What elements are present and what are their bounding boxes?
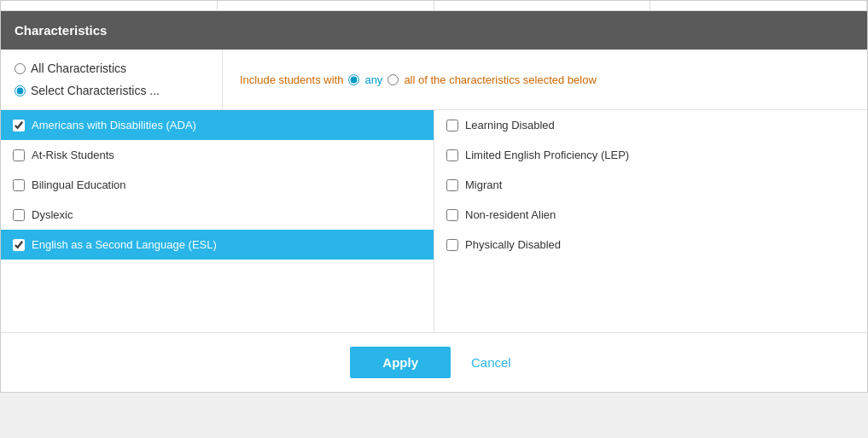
all-characteristics-option[interactable]: All Characteristics: [15, 61, 208, 75]
characteristics-panel: Characteristics All Characteristics Sele…: [0, 0, 868, 393]
checkbox-lep[interactable]: [446, 149, 458, 161]
checkbox-bilingual[interactable]: [13, 179, 25, 191]
item-label-physically-disabled: Physically Disabled: [465, 238, 561, 251]
item-label-ada: Americans with Disabilities (ADA): [32, 119, 196, 131]
checkbox-esl[interactable]: [13, 239, 25, 251]
right-list-item-migrant[interactable]: Migrant: [434, 170, 867, 200]
checkbox-learning-disabled[interactable]: [446, 120, 458, 131]
all-radio[interactable]: [387, 74, 399, 85]
top-bar-cell-3: [434, 1, 651, 10]
top-bar-cell-2: [218, 1, 434, 10]
select-characteristics-label: Select Characteristics ...: [31, 84, 160, 97]
select-characteristics-option[interactable]: Select Characteristics ...: [15, 84, 208, 97]
checkbox-physically-disabled[interactable]: [446, 239, 458, 251]
checkbox-dyslexic[interactable]: [13, 209, 25, 221]
left-list-item-at-risk[interactable]: At-Risk Students: [1, 140, 434, 170]
top-bar-cell-1: [1, 1, 218, 10]
item-label-lep: Limited English Proficiency (LEP): [465, 149, 629, 161]
top-bar: [1, 1, 867, 11]
left-list-column: Americans with Disabilities (ADA)At-Risk…: [1, 110, 434, 332]
left-list-item-dyslexic[interactable]: Dyslexic: [1, 200, 434, 230]
all-of-label: all of the characteristics selected belo…: [404, 73, 596, 86]
any-radio[interactable]: [348, 74, 359, 85]
footer-section: Apply Cancel: [1, 332, 867, 392]
select-characteristics-radio[interactable]: [15, 85, 26, 96]
item-label-esl: English as a Second Language (ESL): [32, 238, 217, 251]
all-characteristics-label: All Characteristics: [31, 61, 126, 75]
item-label-dyslexic: Dyslexic: [32, 208, 73, 221]
left-list-item-bilingual[interactable]: Bilingual Education: [1, 170, 434, 200]
all-characteristics-radio[interactable]: [15, 63, 26, 74]
checkbox-migrant[interactable]: [446, 179, 458, 191]
cancel-button[interactable]: Cancel: [464, 347, 518, 378]
item-label-non-resident: Non-resident Alien: [465, 208, 556, 221]
panel-body: All Characteristics Select Characteristi…: [1, 50, 867, 392]
right-list-item-learning-disabled[interactable]: Learning Disabled: [434, 110, 867, 140]
any-label: any: [364, 73, 382, 86]
lists-section: Americans with Disabilities (ADA)At-Risk…: [1, 110, 867, 332]
left-list-item-esl[interactable]: English as a Second Language (ESL): [1, 230, 434, 260]
right-list-item-lep[interactable]: Limited English Proficiency (LEP): [434, 140, 867, 170]
apply-button[interactable]: Apply: [350, 347, 451, 378]
right-list-column: Learning DisabledLimited English Profici…: [434, 110, 867, 332]
include-section: Include students with any all of the cha…: [223, 50, 867, 109]
top-bar-cell-4: [650, 1, 867, 10]
checkbox-non-resident[interactable]: [446, 209, 458, 221]
left-list-item-ada[interactable]: Americans with Disabilities (ADA): [1, 110, 434, 140]
item-label-bilingual: Bilingual Education: [32, 178, 126, 191]
checkbox-ada[interactable]: [13, 120, 25, 131]
item-label-at-risk: At-Risk Students: [32, 149, 114, 161]
panel-header: Characteristics: [1, 11, 867, 50]
item-label-migrant: Migrant: [465, 178, 502, 191]
panel-title: Characteristics: [15, 23, 107, 38]
top-section: All Characteristics Select Characteristi…: [1, 50, 867, 110]
right-list-item-non-resident[interactable]: Non-resident Alien: [434, 200, 867, 230]
item-label-learning-disabled: Learning Disabled: [465, 119, 555, 131]
checkbox-at-risk[interactable]: [13, 149, 25, 161]
include-prefix: Include students with: [240, 73, 343, 86]
right-list-item-physically-disabled[interactable]: Physically Disabled: [434, 230, 867, 260]
left-options: All Characteristics Select Characteristi…: [1, 50, 223, 109]
